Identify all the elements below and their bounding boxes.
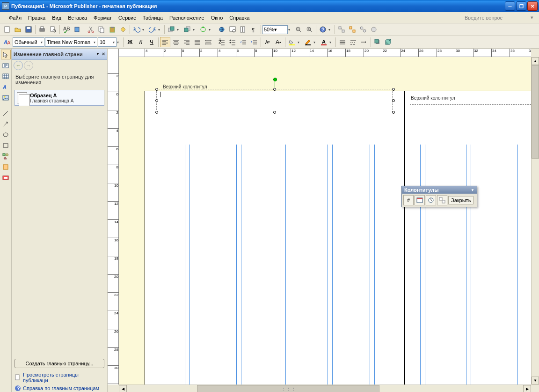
menu-help[interactable]: Справка <box>226 14 253 22</box>
rectangle-tool-icon[interactable] <box>1 140 11 150</box>
horizontal-scrollbar[interactable]: ◀ ⋮⋮⋮ ▶ <box>119 385 531 392</box>
menu-window[interactable]: Окно <box>208 14 226 22</box>
vertical-ruler[interactable]: 20246810121416182022242628303234 <box>108 49 119 385</box>
style-combo[interactable]: Обычный▾ <box>13 37 44 47</box>
select-tool-icon[interactable] <box>1 50 11 59</box>
connect-tb2-icon[interactable] <box>347 24 357 35</box>
bold-icon[interactable]: Ж <box>125 37 135 47</box>
spellcheck-icon[interactable]: ABC <box>61 24 72 35</box>
menu-file[interactable]: Файл <box>6 14 25 22</box>
scroll-up-icon[interactable]: ▲ <box>532 57 539 65</box>
scroll-down-icon[interactable]: ▼ <box>532 377 539 385</box>
print-preview-icon[interactable] <box>48 24 58 35</box>
taskpane-back-icon[interactable]: ← <box>14 61 23 70</box>
print-icon[interactable] <box>37 24 47 35</box>
scroll-right-icon[interactable]: ▶ <box>523 385 531 392</box>
format-painter-icon[interactable] <box>118 24 128 35</box>
size-dropdown-icon[interactable]: ▾ <box>117 40 122 44</box>
italic-icon[interactable]: К <box>136 37 146 47</box>
taskpane-forward-icon[interactable]: → <box>24 61 33 70</box>
connect-tb3-icon[interactable] <box>358 24 368 35</box>
line-color-icon[interactable] <box>303 37 313 47</box>
line-tool-icon[interactable] <box>1 108 11 118</box>
copy-icon[interactable] <box>96 24 107 35</box>
toolbar-options-icon[interactable]: ▾ <box>328 28 333 32</box>
decrease-font-icon[interactable]: A▾ <box>262 37 273 47</box>
send-back-dropdown-icon[interactable]: ▾ <box>193 28 197 32</box>
minimize-button[interactable]: ─ <box>505 1 515 11</box>
menu-tools[interactable]: Сервис <box>115 14 139 22</box>
menu-edit[interactable]: Правка <box>25 14 49 22</box>
line-dropdown-icon[interactable]: ▾ <box>313 40 318 44</box>
shadow-icon[interactable] <box>372 37 383 47</box>
close-button[interactable]: ✕ <box>527 1 538 11</box>
fill-dropdown-icon[interactable]: ▾ <box>298 40 302 44</box>
dash-style-icon[interactable] <box>348 37 358 47</box>
bring-front-icon[interactable] <box>166 24 176 35</box>
header-textbox-left[interactable] <box>156 89 393 112</box>
open-icon[interactable] <box>13 24 23 35</box>
zoom-combo[interactable]: 50%▾ <box>262 25 288 34</box>
zoom-out-icon[interactable] <box>293 24 304 35</box>
taskpane-close-icon[interactable]: ✕ <box>102 51 105 57</box>
size-combo[interactable]: 10▾ <box>98 37 117 47</box>
hf-toolbar-title[interactable]: Колонтитулы▼ <box>402 186 477 194</box>
3d-icon[interactable] <box>383 37 393 47</box>
master-page-item[interactable]: Образец А Главная страница А <box>15 90 104 106</box>
hf-close-button[interactable]: Закрыть <box>448 196 473 204</box>
vscroll-thumb[interactable] <box>532 65 539 159</box>
header-footer-toolbar[interactable]: Колонтитулы▼ # Закрыть <box>401 186 477 207</box>
oval-tool-icon[interactable] <box>1 130 11 139</box>
help-question-input[interactable]: Введите вопрос <box>462 14 528 22</box>
vertical-scrollbar[interactable]: ▲ ▼ <box>531 57 539 385</box>
hf-date-icon[interactable] <box>415 195 425 205</box>
cut-icon[interactable] <box>86 24 96 35</box>
page-left[interactable] <box>145 91 405 385</box>
hyperlink-icon[interactable] <box>217 24 227 35</box>
redo-dropdown-icon[interactable]: ▾ <box>158 28 163 32</box>
autoshapes-tool-icon[interactable] <box>1 151 11 161</box>
align-center-icon[interactable] <box>171 37 181 47</box>
menu-insert[interactable]: Вставка <box>65 14 90 22</box>
rotate-dropdown-icon[interactable]: ▾ <box>209 28 213 32</box>
horizontal-ruler[interactable]: 4202468101214161820222426283032343638404… <box>119 49 531 57</box>
connect-tb1-icon[interactable] <box>336 24 347 35</box>
font-color-icon[interactable]: A <box>319 37 329 47</box>
redo-icon[interactable] <box>147 24 158 35</box>
document-canvas[interactable]: Верхний колонтитул Верхний колонтитул Ко… <box>119 57 531 385</box>
taskpane-dropdown-icon[interactable]: ▼ <box>96 52 100 56</box>
scroll-left-icon[interactable]: ◀ <box>119 385 127 392</box>
numbered-list-icon[interactable]: 12 <box>217 37 227 47</box>
hf-time-icon[interactable] <box>426 195 436 205</box>
design-gallery-icon[interactable] <box>1 173 11 182</box>
textbox-tool-icon[interactable] <box>1 60 11 70</box>
align-left-icon[interactable] <box>160 37 170 47</box>
styles-icon[interactable]: AA <box>2 37 12 47</box>
special-chars-icon[interactable]: ¶ <box>249 24 259 35</box>
picture-tool-icon[interactable] <box>1 93 11 102</box>
new-icon[interactable] <box>2 24 12 35</box>
help-question-dropdown-icon[interactable]: ▾ <box>531 15 536 21</box>
paste-icon[interactable] <box>107 24 117 35</box>
hotspot-tool-icon[interactable] <box>1 162 11 172</box>
free-rotate-icon[interactable] <box>198 24 208 35</box>
distribute-icon[interactable] <box>203 37 213 47</box>
rotation-handle[interactable] <box>273 78 277 81</box>
align-right-icon[interactable] <box>182 37 192 47</box>
increase-indent-icon[interactable] <box>249 37 259 47</box>
increase-font-icon[interactable]: A▴ <box>273 37 284 47</box>
bring-front-dropdown-icon[interactable]: ▾ <box>177 28 182 32</box>
arrow-tool-icon[interactable] <box>1 119 11 129</box>
connect-tb4-icon[interactable] <box>369 24 379 35</box>
undo-icon[interactable] <box>131 24 142 35</box>
decrease-indent-icon[interactable] <box>238 37 248 47</box>
arrow-style-icon[interactable] <box>359 37 369 47</box>
help-master-link[interactable]: ?Справка по главным страницам <box>12 384 107 392</box>
zoom-dropdown-icon[interactable]: ▾ <box>288 28 293 32</box>
font-combo[interactable]: Times New Roman▾ <box>45 37 97 47</box>
underline-icon[interactable]: Ч <box>146 37 157 47</box>
menu-arrange[interactable]: Расположение <box>166 14 208 22</box>
hf-switch-icon[interactable] <box>437 195 447 205</box>
undo-dropdown-icon[interactable]: ▾ <box>142 28 147 32</box>
hf-dropdown-icon[interactable]: ▼ <box>471 188 474 192</box>
